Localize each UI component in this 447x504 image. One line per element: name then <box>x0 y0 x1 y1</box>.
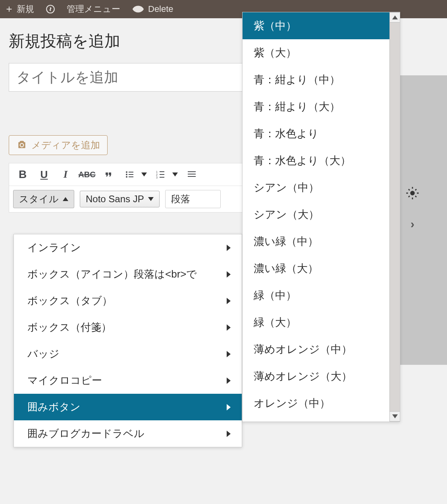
style-dropdown-label: スタイル <box>19 193 59 205</box>
admin-bar-delete[interactable]: Delete <box>131 4 173 14</box>
svg-point-2 <box>126 176 127 178</box>
refresh-circle-icon <box>45 4 56 14</box>
style-submenu-item[interactable]: 薄めオレンジ（中） <box>243 336 400 363</box>
chevron-right-icon <box>227 378 231 384</box>
plus-icon <box>5 5 13 13</box>
quote-icon <box>103 170 114 179</box>
svg-rect-11 <box>160 177 164 178</box>
blockquote-button[interactable] <box>99 166 118 183</box>
font-dropdown[interactable]: Noto Sans JP <box>80 191 160 207</box>
style-submenu-item[interactable]: 青：水色より（大） <box>243 147 400 174</box>
bullet-list-button[interactable] <box>120 166 139 183</box>
style-menu: インラインボックス（アイコン）段落は<br>でボックス（タブ）ボックス（付箋）バ… <box>13 234 242 447</box>
style-submenu-item[interactable]: シアン（大） <box>243 201 400 228</box>
number-list-caret[interactable] <box>170 166 180 183</box>
style-submenu-item[interactable]: 紫（大） <box>243 39 400 66</box>
admin-bar-admin-menu-label: 管理メニュー <box>67 3 120 15</box>
number-list-button[interactable]: 123 <box>151 166 170 183</box>
style-submenu-item[interactable]: 濃い緑（大） <box>243 255 400 282</box>
sun-icon[interactable] <box>406 186 419 200</box>
style-menu-item-label: ボックス（タブ） <box>27 294 112 308</box>
style-menu-item-label: インライン <box>27 241 81 255</box>
svg-rect-13 <box>188 174 196 174</box>
caret-down-icon <box>148 197 154 201</box>
caret-up-icon <box>63 197 68 201</box>
chevron-right-icon <box>227 298 231 304</box>
style-menu-item[interactable]: マイクロコピー <box>14 367 242 394</box>
style-submenu-item[interactable]: 緑（大） <box>243 309 400 336</box>
style-submenu-item[interactable]: 青：水色より <box>243 120 400 147</box>
bullet-list-caret[interactable] <box>139 166 149 183</box>
bullet-list-icon <box>124 170 135 179</box>
admin-bar-new-label: 新規 <box>17 3 34 15</box>
scroll-up-arrow[interactable] <box>389 12 400 23</box>
admin-bar-admin-menu[interactable]: 管理メニュー <box>67 3 120 15</box>
media-icon <box>16 140 27 150</box>
block-dropdown[interactable]: 段落 <box>165 190 221 208</box>
chevron-right-icon <box>227 404 231 410</box>
align-button[interactable] <box>182 166 201 183</box>
svg-rect-9 <box>160 171 164 172</box>
style-submenu: 紫（中）紫（大）青：紺より（中）青：紺より（大）青：水色より青：水色より（大）シ… <box>242 12 400 422</box>
animal-icon <box>131 4 145 14</box>
svg-rect-12 <box>188 171 196 172</box>
italic-button[interactable]: I <box>56 166 75 183</box>
svg-rect-10 <box>160 174 164 175</box>
chevron-right-icon <box>227 324 231 331</box>
chevron-right-icon <box>227 431 231 437</box>
style-menu-item-label: バッジ <box>27 347 60 361</box>
style-submenu-item[interactable]: 緑（中） <box>243 282 400 309</box>
angle-icon[interactable]: › <box>410 217 414 231</box>
style-submenu-item[interactable]: 濃い緑（中） <box>243 228 400 255</box>
svg-rect-4 <box>129 174 133 175</box>
admin-bar-new[interactable]: 新規 <box>5 3 34 15</box>
style-menu-item[interactable]: 囲みブログカードラベル <box>14 420 242 447</box>
style-submenu-item[interactable]: 青：紺より（中） <box>243 66 400 93</box>
svg-text:2: 2 <box>156 173 158 176</box>
add-media-label: メディアを追加 <box>31 139 100 151</box>
svg-rect-14 <box>188 176 196 177</box>
style-submenu-item[interactable]: 青：紺より（大） <box>243 93 400 120</box>
strikethrough-button[interactable]: ABC <box>77 166 96 183</box>
underline-button[interactable]: U <box>35 166 54 183</box>
style-menu-item[interactable]: バッジ <box>14 341 242 367</box>
style-submenu-item[interactable]: シアン（中） <box>243 174 400 201</box>
style-submenu-item[interactable]: 薄めオレンジ（大） <box>243 363 400 390</box>
style-menu-item-label: ボックス（付箋） <box>27 320 112 334</box>
svg-point-15 <box>410 191 414 195</box>
style-dropdown[interactable]: スタイル <box>13 190 74 208</box>
svg-text:1: 1 <box>156 171 158 173</box>
svg-rect-5 <box>129 176 133 177</box>
style-menu-item-label: マイクロコピー <box>27 374 102 387</box>
bold-button[interactable]: B <box>13 166 32 183</box>
right-panel-bg <box>400 111 447 365</box>
svg-rect-3 <box>129 172 133 172</box>
chevron-right-icon <box>227 271 231 278</box>
font-dropdown-label: Noto Sans JP <box>86 194 144 205</box>
scroll-down-arrow[interactable] <box>389 411 400 422</box>
style-menu-item-label: 囲みブログカードラベル <box>27 427 145 441</box>
svg-text:3: 3 <box>156 176 158 179</box>
number-list-icon: 123 <box>155 170 166 179</box>
svg-point-0 <box>126 171 127 173</box>
style-menu-item[interactable]: ボックス（付箋） <box>14 314 242 341</box>
align-icon <box>186 170 197 179</box>
right-icons: › <box>406 186 419 231</box>
chevron-right-icon <box>227 351 231 357</box>
svg-point-1 <box>126 174 127 175</box>
style-submenu-item[interactable]: オレンジ（中） <box>243 390 400 417</box>
style-menu-item[interactable]: インライン <box>14 234 242 261</box>
add-media-button[interactable]: メディアを追加 <box>9 135 108 155</box>
style-submenu-item[interactable]: 紫（中） <box>243 12 400 39</box>
block-dropdown-label: 段落 <box>171 193 190 205</box>
style-menu-item-label: 囲みボタン <box>27 400 81 414</box>
style-menu-item-label: ボックス（アイコン）段落は<br>で <box>27 267 197 281</box>
style-menu-item[interactable]: ボックス（タブ） <box>14 287 242 314</box>
style-menu-item[interactable]: 囲みボタン <box>14 394 242 420</box>
scrollbar-track[interactable] <box>389 23 400 411</box>
chevron-right-icon <box>227 245 231 251</box>
style-menu-item[interactable]: ボックス（アイコン）段落は<br>で <box>14 261 242 287</box>
admin-bar-delete-label: Delete <box>148 4 173 14</box>
style-submenu-item[interactable]: オレンジ（大） <box>243 417 400 422</box>
admin-bar-cache[interactable] <box>45 4 56 14</box>
